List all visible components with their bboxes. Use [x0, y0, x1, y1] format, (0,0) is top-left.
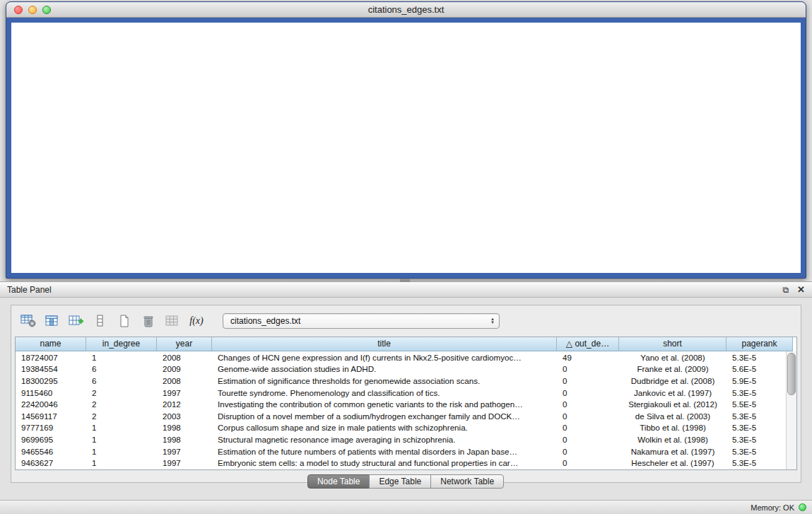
- table-header-row[interactable]: namein_degreeyeartitle△ out_de…shortpage…: [16, 337, 796, 351]
- table-panel-title: Table Panel: [7, 285, 52, 295]
- window-titlebar[interactable]: citations_edges.txt: [6, 2, 806, 18]
- cell: 2: [86, 388, 157, 397]
- column-header-short[interactable]: short: [619, 337, 726, 351]
- tab-edge-table[interactable]: Edge Table: [369, 474, 431, 489]
- table-tabs: Node TableEdge TableNetwork Table: [15, 474, 797, 489]
- cell: 9463627: [16, 458, 86, 467]
- cell: 2008: [157, 353, 212, 362]
- cell: 5.3E-5: [726, 353, 786, 362]
- cell: Estimation of the future numbers of pati…: [212, 447, 557, 456]
- cell: 5.3E-5: [726, 411, 786, 421]
- column-header-in-degree[interactable]: in_degree: [86, 337, 157, 351]
- memory-status-icon: [799, 503, 806, 511]
- table-row[interactable]: 1830029562008Estimation of significance …: [16, 375, 786, 387]
- cell: Franke et al. (2009): [619, 364, 726, 373]
- table-body[interactable]: 1872400712008Changes of HCN gene express…: [16, 351, 786, 469]
- cell: 1: [86, 423, 157, 432]
- cell: 2: [86, 399, 157, 409]
- table-row[interactable]: 1456911722003Disruption of a novel membe…: [16, 410, 786, 422]
- cell: 5.3E-5: [726, 458, 786, 467]
- cell: Changes of HCN gene expression and I(f) …: [212, 353, 557, 362]
- scrollbar-thumb[interactable]: [787, 353, 796, 395]
- cell: 19384554: [16, 364, 86, 373]
- cell: 2012: [157, 399, 212, 409]
- cell: 5.3E-5: [726, 435, 786, 444]
- table-selector-dropdown[interactable]: citations_edges.txt ▲▼: [223, 313, 500, 329]
- column-header-year[interactable]: year: [157, 337, 212, 351]
- cell: 0: [557, 399, 619, 409]
- table-row[interactable]: 977716911998Corpus callosum shape and si…: [16, 422, 786, 434]
- status-bar: Memory: OK: [0, 500, 812, 514]
- cell: 1998: [157, 435, 212, 444]
- float-panel-icon[interactable]: ⧉: [783, 285, 789, 295]
- cell: 9465546: [16, 447, 86, 456]
- import-table-icon[interactable]: [163, 313, 182, 329]
- cell: Structural magnetic resonance image aver…: [212, 435, 557, 444]
- network-canvas[interactable]: [11, 23, 801, 273]
- tab-network-table[interactable]: Network Table: [430, 474, 504, 489]
- column-header-title[interactable]: title: [212, 337, 557, 351]
- tab-node-table[interactable]: Node Table: [307, 474, 370, 489]
- cell: 5.3E-5: [726, 423, 786, 432]
- table-row[interactable]: 1938455462009Genome-wide association stu…: [16, 363, 786, 375]
- cell: 0: [557, 376, 619, 385]
- function-builder-icon[interactable]: f(x): [187, 313, 206, 329]
- table-selector-value: citations_edges.txt: [230, 316, 300, 326]
- table-panel: Table Panel ⧉ ✕: [0, 281, 812, 500]
- cell: Investigating the contribution of common…: [212, 399, 557, 409]
- cell: Embryonic stem cells: a model to study s…: [212, 458, 557, 467]
- table-toolbar: f(x) citations_edges.txt ▲▼: [15, 310, 797, 337]
- cell: Tibbo et al. (1998): [619, 423, 726, 432]
- close-window-button[interactable]: [14, 6, 23, 14]
- delete-icon[interactable]: [139, 313, 158, 329]
- table-panel-body: f(x) citations_edges.txt ▲▼ namein_degre…: [11, 305, 801, 483]
- zoom-window-button[interactable]: [42, 6, 51, 14]
- cell: Tourette syndrome. Phenomenology and cla…: [212, 388, 557, 397]
- cell: 1998: [157, 423, 212, 432]
- table-row[interactable]: 946554611997Estimation of the future num…: [16, 445, 786, 457]
- network-window: citations_edges.txt: [6, 1, 806, 279]
- cell: Genome-wide association studies in ADHD.: [212, 364, 557, 373]
- cell: 0: [557, 435, 619, 444]
- column-header-name[interactable]: name: [16, 337, 86, 351]
- minimize-window-button[interactable]: [28, 6, 37, 14]
- column-header-pagerank[interactable]: pagerank: [726, 337, 793, 351]
- close-panel-icon[interactable]: ✕: [797, 284, 805, 295]
- column-header-out-de-[interactable]: △ out_de…: [557, 337, 619, 351]
- table-scrollbar[interactable]: [786, 351, 796, 469]
- table-row[interactable]: 2242004622012Investigating the contribut…: [16, 398, 786, 410]
- cell: de Silva et al. (2003): [619, 411, 726, 421]
- cell: 9115460: [16, 388, 86, 397]
- cell: 0: [557, 388, 619, 397]
- table-mode-icon[interactable]: [19, 313, 37, 329]
- panel-resize-grip[interactable]: [400, 279, 410, 282]
- table-row[interactable]: 1872400712008Changes of HCN gene express…: [16, 351, 786, 363]
- table-row[interactable]: 946362711997Embryonic stem cells: a mode…: [16, 457, 786, 469]
- show-columns-icon[interactable]: [43, 313, 61, 329]
- traffic-lights: [14, 6, 51, 14]
- window-title: citations_edges.txt: [368, 4, 445, 15]
- rows-icon[interactable]: [91, 313, 110, 329]
- new-table-icon[interactable]: [115, 313, 134, 329]
- cell: 0: [557, 447, 619, 456]
- table-row[interactable]: 911546021997Tourette syndrome. Phenomeno…: [16, 387, 786, 399]
- cell: Hescheler et al. (1997): [619, 458, 726, 467]
- cell: Yano et al. (2008): [619, 353, 726, 362]
- cell: Disruption of a novel member of a sodium…: [212, 411, 557, 421]
- cell: 2003: [157, 411, 212, 421]
- cell: Stergiakouli et al. (2012): [619, 399, 726, 409]
- cell: 18300295: [16, 376, 86, 385]
- table-panel-titlebar: Table Panel ⧉ ✕: [0, 282, 812, 298]
- cell: 5.9E-5: [726, 376, 786, 385]
- table-row[interactable]: 969969511998Structural magnetic resonanc…: [16, 433, 786, 445]
- cell: Jankovic et al. (1997): [619, 388, 726, 397]
- dropdown-stepper-icon: ▲▼: [486, 317, 495, 325]
- cell: Dudbridge et al. (2008): [619, 376, 726, 385]
- cell: Estimation of significance thresholds fo…: [212, 376, 557, 385]
- create-column-icon[interactable]: [67, 313, 86, 329]
- cell: 0: [557, 423, 619, 432]
- cell: 1: [86, 435, 157, 444]
- cell: 14569117: [16, 411, 86, 421]
- cell: 18724007: [16, 353, 86, 362]
- cell: 0: [557, 411, 619, 421]
